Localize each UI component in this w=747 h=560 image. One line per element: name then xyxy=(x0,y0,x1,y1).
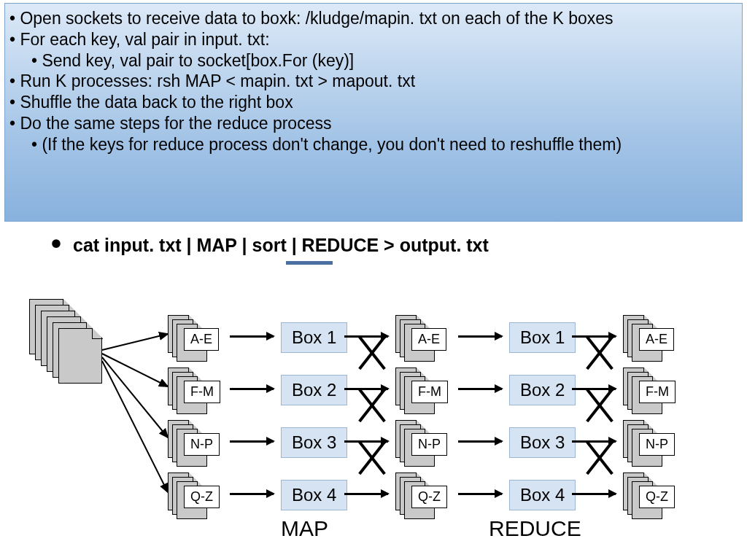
arrow-icon xyxy=(230,388,274,390)
arrow-icon xyxy=(572,440,616,443)
arrow-icon xyxy=(344,440,388,443)
box-cell: Box 3 xyxy=(509,427,576,458)
arrow-icon xyxy=(458,335,502,338)
command-line: • cat input. txt | MAP | sort | REDUCE >… xyxy=(73,235,489,256)
arrow-icon xyxy=(344,493,388,495)
arrow-icon xyxy=(344,335,388,338)
box-cell: Box 2 xyxy=(509,375,576,405)
range-label: F-M xyxy=(411,381,448,403)
bullet-line: • Open sockets to receive data to boxk: … xyxy=(9,8,735,29)
range-label: N-P xyxy=(411,433,447,456)
box-cell: Box 2 xyxy=(281,375,347,405)
box-cell: Box 1 xyxy=(281,322,347,353)
range-label: N-P xyxy=(184,433,220,456)
range-label: A-E xyxy=(411,328,446,351)
range-label: A-E xyxy=(639,328,674,351)
range-label: F-M xyxy=(184,381,220,403)
bullet-line: • Run K processes: rsh MAP < mapin. txt … xyxy=(9,71,735,92)
box-cell: Box 4 xyxy=(509,480,576,510)
svg-line-3 xyxy=(102,361,168,492)
svg-line-1 xyxy=(102,354,168,386)
bullet-dot-icon: • xyxy=(51,229,61,258)
arrow-icon xyxy=(458,440,502,443)
range-label: Q-Z xyxy=(184,486,220,508)
bullet-box: • Open sockets to receive data to boxk: … xyxy=(4,3,743,222)
range-label: A-E xyxy=(184,328,219,351)
arrow-icon xyxy=(572,388,616,390)
range-label: N-P xyxy=(639,433,675,456)
arrow-icon xyxy=(572,335,616,338)
box-cell: Box 3 xyxy=(281,427,347,458)
bullet-line: • (If the keys for reduce process don't … xyxy=(31,134,735,155)
range-label: Q-Z xyxy=(639,486,675,508)
arrow-icon xyxy=(230,335,274,338)
range-label: Q-Z xyxy=(411,486,447,508)
arrow-icon xyxy=(458,493,502,495)
bullet-line: • For each key, val pair in input. txt: xyxy=(9,29,735,50)
range-label: F-M xyxy=(639,381,676,403)
arrow-icon xyxy=(572,493,616,495)
box-cell: Box 4 xyxy=(281,480,347,510)
arrow-icon xyxy=(230,440,274,443)
svg-line-0 xyxy=(102,334,168,350)
svg-line-2 xyxy=(102,357,168,438)
bullet-line: • Shuffle the data back to the right box xyxy=(9,92,735,113)
diagram: A-E F-M N-P Q-Z Box 1 Box 2 Box 3 Box 4 … xyxy=(22,292,737,554)
arrow-icon xyxy=(230,493,274,495)
command-text: cat input. txt | MAP | sort | REDUCE > o… xyxy=(73,235,489,255)
phase-reduce-label: REDUCE xyxy=(489,516,581,541)
arrow-icon xyxy=(458,388,502,390)
document-icon xyxy=(58,328,102,384)
phase-map-label: MAP xyxy=(281,516,328,541)
arrow-icon xyxy=(344,388,388,390)
sort-underline xyxy=(286,261,333,265)
bullet-line: • Do the same steps for the reduce proce… xyxy=(9,113,735,134)
bullet-line: • Send key, val pair to socket[box.For (… xyxy=(31,50,735,71)
box-cell: Box 1 xyxy=(509,322,576,353)
